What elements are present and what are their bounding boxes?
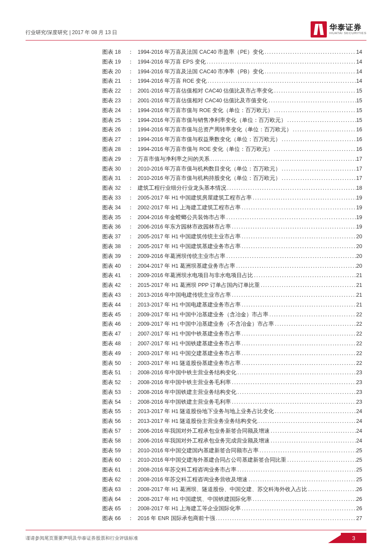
toc-colon: ： [128, 232, 138, 242]
toc-page: 16 [356, 125, 362, 135]
toc-label: 图表 35 [102, 213, 128, 223]
toc-row: 图表 54：2008-2016 年中国铁建主营业务毛利率............… [102, 397, 362, 407]
toc-colon: ： [128, 397, 138, 407]
toc-colon: ： [128, 436, 138, 446]
toc-title: 2010-2016 年中国交建国内基建新签合同额市占率 [138, 446, 259, 456]
toc-row: 图表 44：2013-2017 年 H1 中国电建基建业务市占率........… [102, 300, 362, 310]
toc-page: 15 [356, 96, 362, 106]
toc-page: 23 [356, 397, 362, 407]
toc-row: 图表 59：2010-2016 年中国交建国内基建新签合同额市占率.......… [102, 446, 362, 456]
toc-colon: ： [128, 222, 138, 232]
toc-page: 19 [356, 213, 362, 223]
toc-page: 15 [356, 106, 362, 116]
toc-page: 26 [356, 504, 362, 514]
toc-page: 25 [356, 475, 362, 485]
toc-leader-dots: ........................................… [235, 261, 356, 271]
toc-title: 建筑工程行业细分行业龙头基本情况 [138, 183, 226, 193]
toc-title: 2007-2017 年 H1 中国铁建基建业务市占率 [138, 339, 241, 349]
toc-label: 图表 39 [102, 251, 128, 261]
brand-logo: 华泰证券 HUATAI SECURITIES [311, 21, 366, 38]
toc-leader-dots: ........................................… [274, 407, 356, 416]
toc-colon: ： [128, 514, 138, 523]
toc-page: 20 [356, 242, 362, 251]
toc-colon: ： [128, 271, 138, 280]
toc-colon: ： [128, 164, 138, 174]
page-number-badge: 3 [328, 533, 366, 543]
toc-leader-dots: ........................................… [241, 349, 356, 358]
toc-label: 图表 28 [102, 145, 128, 154]
toc-colon: ： [128, 96, 138, 106]
logo-text-en: HUATAI SECURITIES [329, 32, 366, 35]
toc-leader-dots: ........................................… [236, 465, 356, 475]
toc-colon: ： [128, 310, 138, 320]
toc-page: 20 [356, 261, 362, 271]
toc-title: 万喜市值与净利率之间的关系 [138, 154, 210, 164]
toc-label: 图表 32 [102, 183, 128, 193]
toc-page: 15 [356, 86, 362, 96]
toc-colon: ： [128, 475, 138, 485]
toc-leader-dots: ........................................… [236, 387, 356, 397]
toc-title: 2013-2017 年 H1 隧道股份地下业务与地上业务占比变化 [138, 407, 274, 416]
toc-title: 1994-2016 年万喜市值与销售净利率变化（单位：百万欧元） [138, 116, 286, 125]
toc-label: 图表 22 [102, 86, 128, 96]
toc-leader-dots: ........................................… [241, 504, 356, 514]
toc-page: 16 [356, 145, 362, 154]
toc-leader-dots: ........................................… [241, 242, 356, 251]
toc-title: 2008-2017 年 H1 葛洲坝、隧道股份、中国交建、苏交科海外收入占比 [138, 485, 307, 494]
toc-page: 22 [356, 339, 362, 349]
toc-title: 2010-2016 年万喜市值与机构数目变化（单位：百万欧元） [138, 164, 281, 174]
toc-title: 2008-2016 年中国中铁主营业务结构变化 [138, 368, 236, 378]
toc-leader-dots: ........................................… [241, 339, 356, 349]
toc-row: 图表 28：1994-2016 年万喜市值与 ROE 变化（单位：百万欧元）..… [102, 145, 362, 154]
toc-label: 图表 34 [102, 203, 128, 213]
toc-colon: ： [128, 378, 138, 387]
footer-disclaimer: 谨请参阅尾页重要声明及华泰证券股票和行业评级标准 [26, 535, 138, 541]
toc-label: 图表 48 [102, 339, 128, 349]
toc-title: 2005-2017 年 H1 中国建筑基建业务市占率 [138, 242, 241, 251]
toc-label: 图表 57 [102, 426, 128, 436]
toc-leader-dots: ........................................… [231, 222, 356, 232]
toc-label: 图表 26 [102, 125, 128, 135]
toc-leader-dots: ........................................… [281, 135, 356, 145]
toc-title: 2008-2016 年中国铁建主营业务毛利率 [138, 397, 231, 407]
toc-label: 图表 65 [102, 504, 128, 514]
toc-row: 图表 63：2008-2017 年 H1 葛洲坝、隧道股份、中国交建、苏交科海外… [102, 485, 362, 494]
toc-title: 2008-2017 年 H1 中国建筑、中国铁建国际化率 [138, 494, 252, 504]
toc-page: 21 [356, 280, 362, 290]
toc-colon: ： [128, 47, 138, 57]
toc-row: 图表 47：2007-2017 年 H1 中国中铁基建业务市占率........… [102, 329, 362, 339]
toc-colon: ： [128, 261, 138, 271]
toc-leader-dots: ........................................… [252, 494, 356, 504]
toc-row: 图表 49：2003-2017 年 H1 中国交建基建业务市占率........… [102, 349, 362, 358]
toc-leader-dots: ........................................… [210, 154, 356, 164]
toc-title: 2009-2016 年葛洲坝水电项目与非水电项目占比 [138, 271, 253, 280]
toc-page: 24 [356, 426, 362, 436]
toc-leader-dots: ........................................… [273, 106, 356, 116]
toc-leader-dots: ........................................… [225, 213, 356, 223]
toc-page: 26 [356, 485, 362, 494]
toc-colon: ： [128, 465, 138, 475]
toc-leader-dots: ........................................… [257, 416, 356, 426]
toc-label: 图表 41 [102, 271, 128, 280]
toc-page: 21 [356, 290, 362, 300]
toc-row: 图表 50：2003-2017 年 H1 隧道股份基建业务市占率........… [102, 358, 362, 368]
toc-leader-dots: ........................................… [286, 116, 356, 125]
figure-list: 图表 18：1994-2016 年万喜及法国 CAC40 市盈率（PE）变化..… [102, 47, 362, 523]
toc-leader-dots: ........................................… [273, 145, 356, 154]
toc-leader-dots: ........................................… [215, 514, 356, 523]
toc-row: 图表 23：2001-2016 年万喜估值相对 CAC40 估值比及市值变化..… [102, 96, 362, 106]
toc-label: 图表 66 [102, 514, 128, 523]
toc-page: 25 [356, 446, 362, 456]
toc-page: 22 [356, 329, 362, 339]
page-number: 3 [341, 533, 366, 543]
toc-colon: ： [128, 300, 138, 310]
toc-page: 17 [356, 154, 362, 164]
toc-title: 2001-2016 年万喜估值相对 CAC40 估值比及市占率变化 [138, 86, 274, 96]
toc-label: 图表 19 [102, 57, 128, 67]
toc-leader-dots: ........................................… [206, 57, 356, 67]
toc-row: 图表 58：2006-2016 年我国对外工程承包业务完成营业额及增速.....… [102, 436, 362, 446]
toc-leader-dots: ........................................… [241, 358, 356, 368]
toc-leader-dots: ........................................… [241, 300, 356, 310]
toc-row: 图表 42：2015-2017 年 H1 葛洲坝 PPP 订单占国内订单比重..… [102, 280, 362, 290]
toc-title: 2004-2017 年 H1 葛洲坝基建业务市占率 [138, 261, 235, 271]
